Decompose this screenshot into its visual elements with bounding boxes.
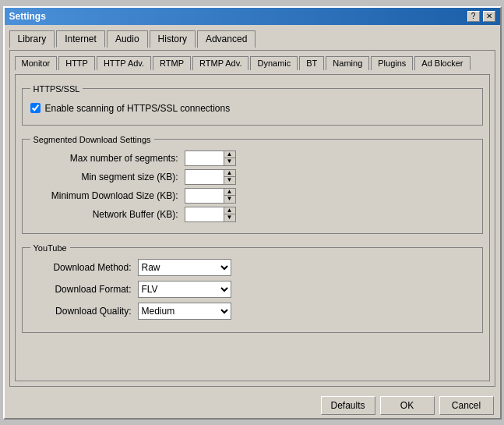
sub-tab-rtmp-adv[interactable]: RTMP Adv. bbox=[192, 56, 248, 70]
min-download-size-row: Minimum Download Size (KB): 200 ▲ ▼ bbox=[30, 188, 474, 204]
network-buffer-label: Network Buffer (KB): bbox=[30, 209, 178, 220]
https-ssl-checkbox[interactable] bbox=[30, 103, 41, 113]
sub-tab-http[interactable]: HTTP bbox=[58, 56, 95, 70]
tab-audio[interactable]: Audio bbox=[107, 30, 148, 48]
sub-tab-monitor[interactable]: Monitor bbox=[15, 56, 58, 70]
window-title: Settings bbox=[9, 11, 46, 22]
youtube-legend: YouTube bbox=[30, 243, 70, 253]
sub-tab-bt[interactable]: BT bbox=[299, 56, 324, 70]
network-buffer-spinbox: 1024 ▲ ▼ bbox=[185, 207, 236, 222]
min-segment-size-down[interactable]: ▼ bbox=[224, 177, 235, 184]
max-segments-down[interactable]: ▼ bbox=[224, 158, 235, 165]
max-segments-spin-btns: ▲ ▼ bbox=[224, 151, 236, 166]
min-segment-size-input[interactable]: 300 bbox=[185, 169, 224, 185]
download-format-row: Download Format: FLV MP4 WEBM bbox=[30, 281, 474, 298]
network-buffer-spin-btns: ▲ ▼ bbox=[224, 207, 236, 222]
download-quality-select[interactable]: Low Medium High bbox=[138, 303, 231, 320]
download-quality-label: Download Quality: bbox=[30, 306, 132, 317]
footer: Defaults OK Cancel bbox=[5, 391, 500, 418]
network-buffer-down[interactable]: ▼ bbox=[224, 214, 235, 221]
sub-tab-http-adv[interactable]: HTTP Adv. bbox=[97, 56, 151, 70]
min-segment-size-spin-btns: ▲ ▼ bbox=[224, 169, 236, 185]
max-segments-input[interactable]: 5 bbox=[185, 151, 224, 166]
tab-library[interactable]: Library bbox=[9, 30, 55, 48]
min-download-size-input[interactable]: 200 bbox=[185, 188, 224, 204]
title-bar: Settings ? ✕ bbox=[5, 8, 500, 25]
sub-tab-plugins[interactable]: Plugins bbox=[371, 56, 413, 70]
min-segment-size-label: Min segment size (KB): bbox=[30, 172, 178, 182]
close-button[interactable]: ✕ bbox=[483, 11, 495, 22]
top-tab-row: Library Internet Audio History Advanced bbox=[9, 30, 495, 47]
max-segments-spinbox: 5 ▲ ▼ bbox=[185, 151, 236, 166]
sub-tab-naming[interactable]: Naming bbox=[326, 56, 369, 70]
network-buffer-row: Network Buffer (KB): 1024 ▲ ▼ bbox=[30, 207, 474, 222]
download-format-select[interactable]: FLV MP4 WEBM bbox=[138, 281, 231, 298]
network-buffer-input[interactable]: 1024 bbox=[185, 207, 224, 222]
segmented-group: Segmented Download Settings Max number o… bbox=[22, 135, 483, 234]
min-download-size-spinbox: 200 ▲ ▼ bbox=[185, 188, 236, 204]
defaults-button[interactable]: Defaults bbox=[321, 396, 375, 415]
min-download-size-label: Minimum Download Size (KB): bbox=[30, 190, 178, 201]
ok-button[interactable]: OK bbox=[380, 396, 435, 415]
download-format-label: Download Format: bbox=[30, 284, 132, 295]
sub-tab-dynamic[interactable]: Dynamic bbox=[250, 56, 298, 70]
download-method-row: Download Method: Raw API Auto bbox=[30, 259, 474, 276]
min-download-size-spin-btns: ▲ ▼ bbox=[224, 188, 236, 204]
https-ssl-group: HTTPS/SSL Enable scanning of HTTPS/SSL c… bbox=[22, 84, 483, 126]
tab-internet[interactable]: Internet bbox=[56, 30, 105, 48]
tab-history[interactable]: History bbox=[150, 30, 196, 48]
download-quality-row: Download Quality: Low Medium High bbox=[30, 303, 474, 320]
cancel-button[interactable]: Cancel bbox=[439, 396, 494, 415]
sub-tab-ad-blocker[interactable]: Ad Blocker bbox=[414, 56, 470, 70]
max-segments-label: Max number of segments: bbox=[30, 153, 178, 164]
title-bar-buttons: ? ✕ bbox=[467, 11, 495, 22]
min-segment-size-spinbox: 300 ▲ ▼ bbox=[185, 169, 236, 185]
download-method-select[interactable]: Raw API Auto bbox=[138, 259, 231, 276]
sub-tab-rtmp[interactable]: RTMP bbox=[153, 56, 191, 70]
tab-content: Monitor HTTP HTTP Adv. RTMP RTMP Adv. Dy… bbox=[9, 50, 495, 387]
sub-tab-row: Monitor HTTP HTTP Adv. RTMP RTMP Adv. Dy… bbox=[15, 55, 490, 69]
https-ssl-checkbox-row: Enable scanning of HTTPS/SSL connections bbox=[30, 100, 474, 117]
min-segment-size-row: Min segment size (KB): 300 ▲ ▼ bbox=[30, 169, 474, 185]
segmented-legend: Segmented Download Settings bbox=[30, 135, 154, 144]
https-ssl-label: Enable scanning of HTTPS/SSL connections bbox=[45, 103, 231, 114]
min-download-size-down[interactable]: ▼ bbox=[224, 196, 235, 203]
max-segments-row: Max number of segments: 5 ▲ ▼ bbox=[30, 151, 474, 166]
help-button[interactable]: ? bbox=[467, 11, 480, 22]
main-content: Library Internet Audio History Advanced … bbox=[5, 25, 500, 391]
youtube-group: YouTube Download Method: Raw API Auto Do… bbox=[22, 243, 483, 333]
https-ssl-legend: HTTPS/SSL bbox=[30, 84, 83, 94]
sub-tab-content: HTTPS/SSL Enable scanning of HTTPS/SSL c… bbox=[15, 74, 490, 381]
settings-window: Settings ? ✕ Library Internet Audio Hist… bbox=[3, 6, 502, 420]
tab-advanced[interactable]: Advanced bbox=[197, 30, 256, 48]
download-method-label: Download Method: bbox=[30, 262, 132, 273]
